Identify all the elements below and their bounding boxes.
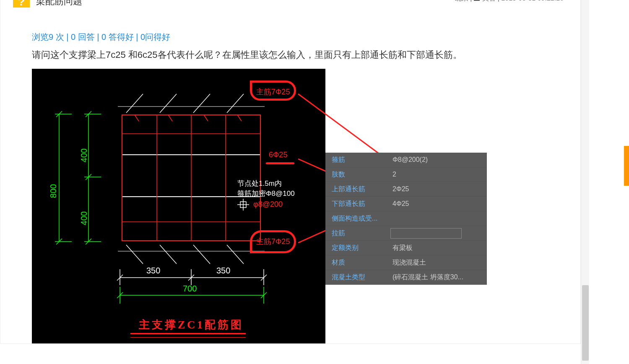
prop-value: 2 bbox=[390, 171, 487, 178]
prop-label: 拉筋 bbox=[325, 229, 390, 238]
timestamp-text: 2018-08-31 09:22:26 bbox=[501, 0, 564, 2]
prop-value: 4Φ25 bbox=[390, 200, 487, 208]
question-stats[interactable]: 浏览9 次 | 0 回答 | 0 答得好 | 0问得好 bbox=[0, 31, 580, 43]
prop-row-stirrup[interactable]: 箍筋 Φ8@200(2) bbox=[325, 153, 487, 167]
diagram-title: 主支撑ZC1配筋图 bbox=[139, 317, 244, 332]
vertical-scrollbar[interactable] bbox=[581, 0, 589, 364]
location-text: 北京 bbox=[455, 0, 468, 2]
prop-value: 有梁板 bbox=[390, 244, 487, 252]
prop-value: 现浇混凝土 bbox=[390, 258, 487, 267]
prop-row-limbs[interactable]: 肢数 2 bbox=[325, 167, 487, 182]
attached-image[interactable]: 主筋7Φ25 6Φ25 节点处1.5m内 箍筋加密Φ8@100 φ8@200 主… bbox=[32, 69, 487, 343]
question-header: ? 梁配筋问题 北京 | 美智 | 2018-08-31 09:22:26 bbox=[0, 0, 580, 19]
dim-350-left: 350 bbox=[146, 266, 160, 276]
svg-line-19 bbox=[204, 115, 208, 121]
prop-label: 下部通长筋 bbox=[325, 200, 390, 208]
prop-row-quota[interactable]: 定额类别 有梁板 bbox=[325, 241, 487, 255]
title-underline-1 bbox=[130, 333, 246, 334]
prop-value: 2Φ25 bbox=[390, 185, 487, 193]
prop-row-concrete[interactable]: 混凝土类型 (碎石混凝土 坍落度30... bbox=[325, 270, 487, 285]
svg-line-17 bbox=[135, 115, 139, 121]
main-container: ? 梁配筋问题 北京 | 美智 | 2018-08-31 09:22:26 浏览… bbox=[0, 0, 581, 344]
prop-row-side-rebar[interactable]: 侧面构造或受... bbox=[325, 211, 487, 226]
question-meta: 北京 | 美智 | 2018-08-31 09:22:26 bbox=[455, 0, 564, 3]
prop-row-material[interactable]: 材质 现浇混凝土 bbox=[325, 255, 487, 270]
cad-node-line1: 节点处1.5m内 bbox=[237, 179, 282, 188]
dim-400-lower: 400 bbox=[79, 211, 89, 225]
cad-node-line2: 箍筋加密Φ8@100 bbox=[237, 189, 295, 198]
prop-input-field[interactable] bbox=[390, 228, 462, 239]
svg-line-8 bbox=[227, 245, 244, 264]
svg-line-0 bbox=[126, 94, 143, 113]
dim-700: 700 bbox=[183, 284, 197, 294]
author-text: 美智 bbox=[482, 0, 496, 2]
annotation-underline-mid bbox=[266, 162, 294, 164]
svg-line-5 bbox=[126, 245, 143, 264]
side-tab[interactable] bbox=[624, 146, 629, 186]
prop-value: (碎石混凝土 坍落度30... bbox=[390, 273, 487, 282]
question-body: 请问这个支撑梁上7c25 和6c25各代表什么呢？在属性里该怎么输入，里面只有上… bbox=[0, 43, 580, 69]
cad-stirrup-label: φ8@200 bbox=[253, 200, 283, 209]
annotation-circle-bottom bbox=[250, 230, 296, 253]
svg-line-20 bbox=[237, 115, 242, 121]
scroll-thumb[interactable] bbox=[582, 285, 589, 361]
title-underline-2 bbox=[130, 337, 246, 338]
question-mark-icon: ? bbox=[13, 0, 30, 8]
properties-panel: 箍筋 Φ8@200(2) 肢数 2 上部通长筋 2Φ25 下部通长筋 4Φ25 … bbox=[325, 153, 487, 285]
prop-label: 上部通长筋 bbox=[325, 185, 390, 194]
cad-mid-rebar-label: 6Φ25 bbox=[269, 151, 287, 159]
prop-label: 混凝土类型 bbox=[325, 273, 390, 282]
dim-400-upper: 400 bbox=[79, 148, 89, 162]
svg-line-7 bbox=[193, 245, 210, 264]
prop-label: 材质 bbox=[325, 258, 390, 267]
svg-line-1 bbox=[160, 94, 177, 113]
dim-350-right: 350 bbox=[216, 266, 230, 276]
prop-value: Φ8@200(2) bbox=[390, 156, 487, 164]
svg-line-2 bbox=[193, 94, 210, 113]
cad-drawing: 主筋7Φ25 6Φ25 节点处1.5m内 箍筋加密Φ8@100 φ8@200 主… bbox=[32, 69, 325, 343]
prop-row-bottom-rebar[interactable]: 下部通长筋 4Φ25 bbox=[325, 197, 487, 211]
prop-label: 定额类别 bbox=[325, 244, 390, 252]
prop-label: 箍筋 bbox=[325, 156, 390, 164]
prop-row-tie-rebar[interactable]: 拉筋 bbox=[325, 226, 487, 241]
prop-label: 肢数 bbox=[325, 170, 390, 179]
svg-line-18 bbox=[168, 115, 172, 121]
right-sidebar bbox=[605, 0, 629, 364]
svg-line-6 bbox=[160, 245, 177, 264]
prop-label: 侧面构造或受... bbox=[325, 214, 390, 223]
annotation-circle-top bbox=[250, 81, 296, 101]
dim-800: 800 bbox=[49, 184, 58, 198]
svg-line-3 bbox=[227, 94, 244, 113]
person-icon bbox=[474, 0, 481, 1]
prop-row-top-rebar[interactable]: 上部通长筋 2Φ25 bbox=[325, 182, 487, 197]
question-title: 梁配筋问题 bbox=[36, 0, 82, 8]
